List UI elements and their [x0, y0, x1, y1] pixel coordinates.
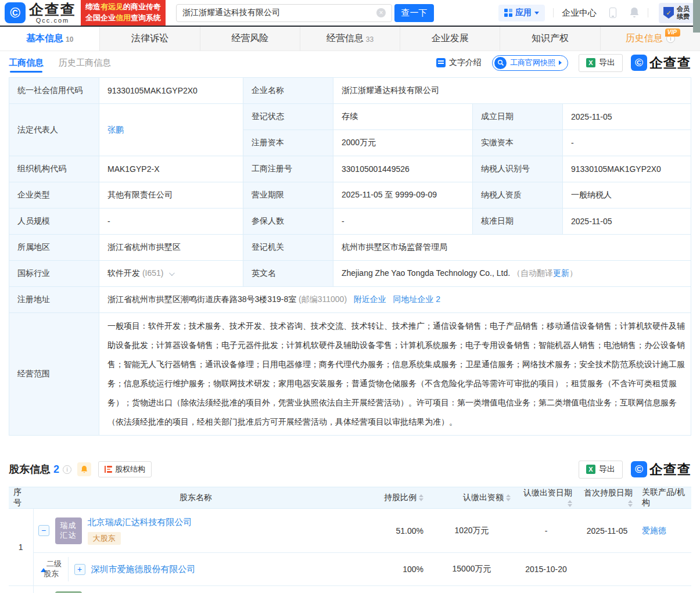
monitor-bell-button[interactable]	[77, 462, 91, 476]
table-row: 注册地址 浙江省杭州市拱墅区潮鸣街道庆春路38号3楼319-8室 (邮编3110…	[9, 287, 691, 313]
export-button[interactable]: X 导出	[579, 54, 623, 72]
legal-rep-label: 法定代表人	[9, 104, 99, 156]
equity-structure-button[interactable]: 股权结构	[98, 461, 152, 477]
shareholder-link[interactable]: 北京瑞成汇达科技有限公司	[88, 517, 192, 527]
row-index: 2	[9, 586, 33, 593]
legal-rep-value: 张鹏	[99, 104, 243, 156]
excel-icon: X	[586, 465, 595, 474]
qcc-logo-glyph: ©	[10, 6, 20, 20]
brand-slogan: 缔造有远见的商业传奇 全国企业信用查询系统	[81, 0, 166, 26]
business-term-value: 2025-11-05 至 9999-09-09	[333, 182, 473, 209]
english-name-value: Zhejiang Zhe Yao Tongda Technology Co., …	[333, 261, 691, 287]
top-header: © 企查查 Qcc.com 缔造有远见的商业传奇 全国企业信用查询系统 × 查一…	[0, 0, 700, 26]
col-amount[interactable]: 认缴出资额	[428, 487, 515, 509]
establish-date-label: 成立日期	[473, 104, 563, 130]
apps-dropdown[interactable]: 应用	[498, 5, 545, 21]
sort-icon[interactable]	[506, 494, 511, 501]
member-renew-button[interactable]: ✓ 会员 续费	[659, 3, 694, 23]
amount-value: 15000万元	[428, 553, 515, 586]
taxpayer-quality-value: 一般纳税人	[563, 182, 691, 209]
subtab-business-info[interactable]: 工商信息	[9, 51, 44, 74]
taxpayer-id-label: 纳税人识别号	[473, 156, 563, 182]
member-line1: 会员	[677, 5, 690, 13]
search-button[interactable]: 查一下	[394, 4, 434, 22]
col-related: 关联产品/机构	[637, 487, 691, 509]
related-cell	[637, 553, 691, 586]
address-zip: (邮编311000)	[299, 294, 347, 304]
amount-value: 980万元	[428, 586, 515, 593]
same-address-link[interactable]: 同地址企业 2	[393, 294, 440, 304]
nearby-companies-link[interactable]: 附近企业	[354, 294, 386, 304]
qcc-watermark-icon: ©	[631, 461, 647, 477]
org-chart-icon	[105, 466, 112, 473]
org-code-label: 组织机构代码	[9, 156, 99, 182]
establish-date-value: 2025-11-05	[563, 104, 691, 130]
tab-count: 10	[66, 35, 73, 44]
qcc-logo-icon[interactable]: ©	[5, 2, 26, 23]
tab-risk[interactable]: 经营风险	[200, 27, 300, 51]
excel-icon: X	[586, 58, 595, 67]
tab-operation[interactable]: 经营信息33	[300, 27, 400, 51]
table-row: 法定代表人 张鹏 登记状态 存续 成立日期 2025-11-05	[9, 104, 691, 130]
legal-rep-link[interactable]: 张鹏	[107, 125, 124, 134]
col-ratio[interactable]: 持股比例	[358, 487, 428, 509]
first-date-value	[577, 553, 637, 586]
industry-value: 软件开发 (I651)	[99, 261, 243, 287]
col-name: 股东名称	[33, 487, 358, 509]
tab-basic-info[interactable]: 基本信息10	[0, 27, 100, 51]
col-first-date[interactable]: 首次持股日期	[577, 487, 637, 509]
company-type-label: 企业类型	[9, 182, 99, 209]
brand-domain: Qcc.com	[36, 17, 69, 24]
tab-development[interactable]: 企业发展	[400, 27, 500, 51]
sort-icon[interactable]	[628, 500, 633, 507]
taxpayer-quality-label: 纳税人资质	[473, 182, 563, 209]
approval-date-label: 核准日期	[473, 209, 563, 235]
tab-ip[interactable]: 知识产权	[500, 27, 600, 51]
brand-wordmark: 企查查 Qcc.com	[29, 2, 76, 24]
text-intro-button[interactable]: 文字介绍	[436, 57, 482, 68]
tab-history[interactable]: VIP 历史信息 i	[601, 27, 700, 51]
sort-icon[interactable]	[568, 500, 572, 507]
scrollbar-thumb[interactable]	[693, 0, 700, 33]
table-row: 国标行业 软件开发 (I651) 英文名 Zhejiang Zhe Yao To…	[9, 261, 691, 287]
official-snapshot-button[interactable]: 工商官网快照	[492, 55, 568, 71]
qcc-company-page: © 企查查 Qcc.com 缔造有远见的商业传奇 全国企业信用查询系统 × 查一…	[0, 0, 700, 593]
qcc-watermark-text: 企查查	[649, 461, 691, 479]
clear-icon[interactable]: ×	[376, 8, 386, 17]
shareholder-name-cell: 二级 股东 + 深圳市爱施德股份有限公司	[33, 553, 358, 586]
shareholder-name-cell: − 瑞成 汇达 北京瑞成汇达科技有限公司 大股东	[33, 509, 358, 553]
expand-icon[interactable]: +	[74, 564, 85, 575]
collapse-icon[interactable]: −	[38, 525, 49, 536]
table-row: 人员规模 - 参保人数 - 核准日期 2025-11-05	[9, 209, 691, 235]
divider	[648, 8, 648, 17]
tab-legal[interactable]: 法律诉讼	[100, 27, 200, 51]
apps-label: 应用	[515, 8, 532, 18]
search-input[interactable]	[182, 8, 376, 17]
shareholders-count: 2	[53, 463, 59, 476]
company-name-value: 浙江浙耀通达科技有限公司	[333, 78, 691, 104]
reg-capital-label: 注册资本	[243, 130, 333, 156]
shareholder-link[interactable]: 深圳市爱施德股份有限公司	[91, 564, 196, 575]
qcc-watermark-text: 企查查	[649, 54, 691, 72]
translate-update-link[interactable]: 更新	[553, 268, 569, 278]
phone-icon[interactable]	[609, 8, 616, 18]
enterprise-center-link[interactable]: 企业中心	[562, 8, 597, 19]
shareholders-title: 股东信息	[9, 462, 51, 476]
col-date[interactable]: 认缴出资日期	[515, 487, 577, 509]
qcc-watermark: © 企查查	[631, 461, 691, 479]
date-value: -	[515, 586, 577, 593]
shareholder-row: 1 − 瑞成 汇达 北京瑞成汇达科技有限公司 大股东 51.00% 1020万元…	[9, 509, 691, 553]
chevron-down-icon[interactable]	[169, 270, 175, 276]
bell-icon	[80, 465, 88, 474]
subtab-history-business-info[interactable]: 历史工商信息	[59, 51, 111, 74]
table-row: 企业类型 其他有限责任公司 营业期限 2025-11-05 至 9999-09-…	[9, 182, 691, 209]
brand-name: 企查查	[29, 2, 76, 17]
info-icon[interactable]: i	[63, 465, 71, 474]
reg-capital-value: 2000万元	[333, 130, 473, 156]
document-icon	[436, 58, 446, 67]
related-product-link[interactable]: 爱施德	[642, 526, 666, 535]
ratio-value: 49.00%	[358, 586, 428, 593]
sort-icon[interactable]	[419, 494, 423, 501]
export-button[interactable]: X 导出	[579, 461, 623, 479]
bell-icon[interactable]	[629, 7, 640, 19]
